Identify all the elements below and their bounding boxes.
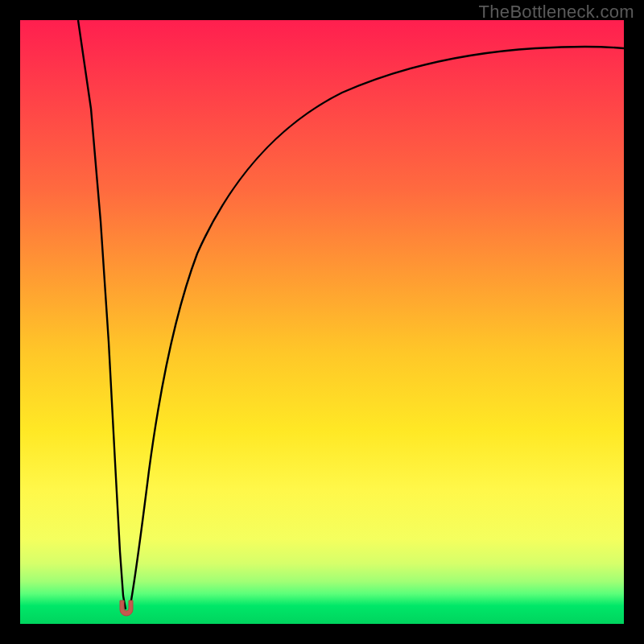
minimum-marker [116, 598, 137, 619]
u-shape-icon [116, 598, 137, 619]
plot-area [20, 20, 624, 624]
chart-frame: TheBottleneck.com [0, 0, 644, 644]
bottleneck-curve [20, 20, 624, 624]
curve-left-branch [78, 20, 126, 609]
curve-right-branch [130, 47, 624, 609]
